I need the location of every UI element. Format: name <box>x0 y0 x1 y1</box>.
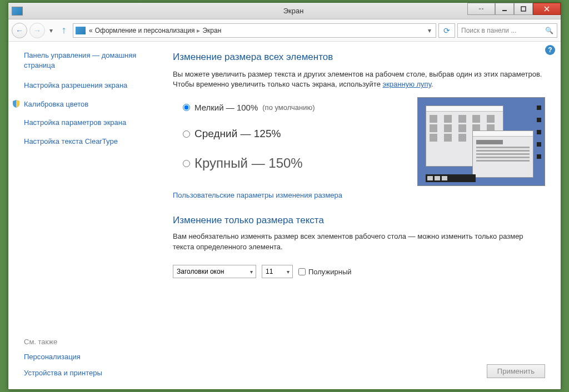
help-icon[interactable]: ? <box>545 45 555 55</box>
search-box[interactable]: Поиск в панели ... 🔍 <box>457 23 557 38</box>
radio-large[interactable]: Крупный — 150% <box>183 155 315 171</box>
window: Экран ← → ▾ ↑ « Оформление и персонализа <box>8 2 561 390</box>
desc-text-end: . <box>431 80 433 88</box>
sidebar-link-resolution[interactable]: Настройка разрешения экрана <box>24 81 146 91</box>
apply-button[interactable]: Применить <box>487 364 545 378</box>
help-button[interactable] <box>467 3 495 15</box>
content: ? Изменение размера всех элементов Вы мо… <box>151 42 561 389</box>
breadcrumb-chevron: « <box>89 27 93 34</box>
see-also-label: См. также <box>24 338 146 346</box>
description-2: Вам необязательно изменять размер всех э… <box>173 232 545 253</box>
window-controls <box>467 3 561 15</box>
radio-default-label: (по умолчанию) <box>262 103 315 112</box>
sidebar-link-label: Настройка разрешения экрана <box>24 81 127 91</box>
radio-label: Мелкий — 100% <box>194 103 258 112</box>
minimize-icon <box>502 6 507 12</box>
desc-text: Вы можете увеличить размер текста и друг… <box>173 70 542 88</box>
address-bar[interactable]: « Оформление и персонализация ▸ Экран ▾ <box>73 23 436 38</box>
svg-rect-1 <box>521 7 526 11</box>
sidebar-link-personalization[interactable]: Персонализация <box>24 353 146 361</box>
radio-medium[interactable]: Средний — 125% <box>183 128 315 140</box>
search-placeholder: Поиск в панели ... <box>461 27 516 34</box>
breadcrumb-current[interactable]: Экран <box>202 27 221 34</box>
body: Панель управления — домашняя страница На… <box>8 42 561 389</box>
sidebar-link-calibration[interactable]: Калибровка цветов <box>24 99 146 109</box>
heading-text-only: Изменение только размера текста <box>173 215 545 226</box>
address-dropdown[interactable]: ▾ <box>426 27 433 34</box>
titlebar: Экран <box>8 3 561 19</box>
breadcrumb-sep: ▸ <box>197 27 200 34</box>
refresh-button[interactable]: ⟳ <box>438 23 455 38</box>
navbar: ← → ▾ ↑ « Оформление и персонализация ▸ … <box>8 19 561 42</box>
sidebar-link-params[interactable]: Настройка параметров экрана <box>24 118 146 128</box>
select-value: 11 <box>266 268 273 275</box>
sidebar-link-label: Калибровка цветов <box>24 99 88 109</box>
size-radios: Мелкий — 100% (по умолчанию) Средний — 1… <box>173 97 315 187</box>
checkbox-label: Полужирный <box>308 268 352 276</box>
custom-size-link[interactable]: Пользовательские параметры изменения раз… <box>173 191 342 199</box>
text-settings-row: Заголовки окон 11 Полужирный <box>173 265 545 278</box>
preview-bar <box>426 174 476 182</box>
heading-resize-all: Изменение размера всех элементов <box>173 52 545 63</box>
radio-medium-input[interactable] <box>183 130 190 138</box>
system-icon <box>12 7 23 16</box>
close-icon <box>544 6 550 12</box>
radio-label: Средний — 125% <box>194 128 281 140</box>
sidebar-link-devices[interactable]: Устройства и принтеры <box>24 369 146 377</box>
maximize-icon <box>521 6 526 12</box>
bold-checkbox-input[interactable] <box>298 268 306 275</box>
display-icon <box>76 27 86 34</box>
sidebar: Панель управления — домашняя страница На… <box>8 42 151 389</box>
select-value: Заголовки окон <box>177 268 224 275</box>
svg-rect-0 <box>502 10 507 11</box>
history-dropdown[interactable]: ▾ <box>47 27 55 34</box>
sidebar-link-label: Настройка параметров экрана <box>24 118 126 128</box>
shield-icon <box>12 99 21 108</box>
preview-image <box>417 97 545 186</box>
close-button[interactable] <box>533 3 561 15</box>
up-button[interactable]: ↑ <box>57 24 71 37</box>
breadcrumb-parent[interactable]: Оформление и персонализация <box>95 27 195 34</box>
size-select[interactable]: 11 <box>262 265 293 278</box>
preview-dots <box>537 105 542 159</box>
bold-checkbox[interactable]: Полужирный <box>298 268 352 276</box>
element-select[interactable]: Заголовки окон <box>173 265 256 278</box>
control-panel-home-link[interactable]: Панель управления — домашняя страница <box>24 51 146 71</box>
arrow-icon <box>478 6 484 12</box>
maximize-button[interactable] <box>514 3 533 15</box>
radio-label: Крупный — 150% <box>194 155 303 171</box>
magnifier-link[interactable]: экранную лупу <box>383 80 431 88</box>
search-icon: 🔍 <box>545 27 553 34</box>
radio-large-input[interactable] <box>183 160 190 167</box>
description-1: Вы можете увеличить размер текста и друг… <box>173 69 545 89</box>
radio-small[interactable]: Мелкий — 100% (по умолчанию) <box>183 103 315 112</box>
sidebar-link-label: Настройка текста ClearType <box>24 137 118 147</box>
forward-button[interactable]: → <box>29 23 45 38</box>
minimize-button[interactable] <box>495 3 514 15</box>
back-button[interactable]: ← <box>12 23 27 38</box>
size-row: Мелкий — 100% (по умолчанию) Средний — 1… <box>173 97 545 187</box>
sidebar-link-cleartype[interactable]: Настройка текста ClearType <box>24 137 146 147</box>
preview-window-2 <box>472 130 533 178</box>
radio-small-input[interactable] <box>183 104 190 111</box>
breadcrumb: « Оформление и персонализация ▸ Экран <box>89 27 422 34</box>
